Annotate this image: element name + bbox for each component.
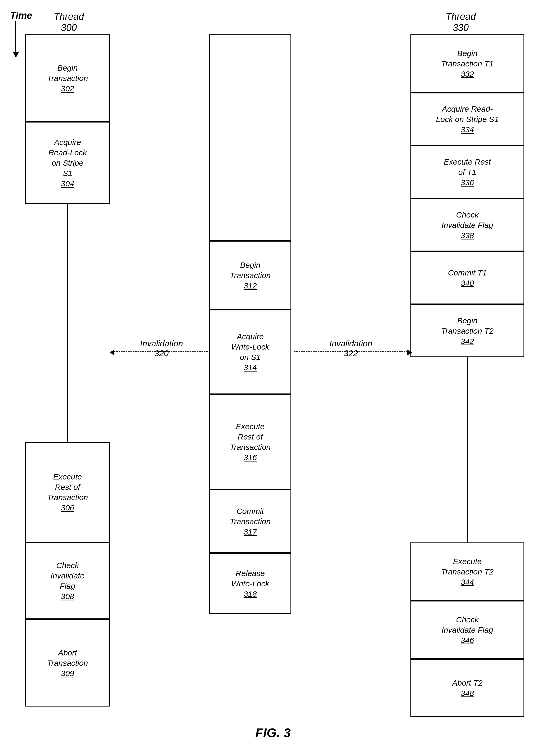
box-begin-transaction-302: BeginTransaction302 [25, 34, 110, 122]
thread-300-label: Thread 300 [28, 11, 110, 33]
thread-310-empty-top [209, 34, 291, 241]
box-check-invalidate-338: CheckInvalidate Flag338 [411, 198, 524, 251]
box-execute-rest-316: ExecuteRest ofTransaction316 [209, 394, 291, 490]
box-check-invalidate-346: CheckInvalidate Flag346 [411, 601, 524, 659]
box-release-write-lock-318: ReleaseWrite-Lock318 [209, 553, 291, 614]
box-begin-transaction-t2-342: BeginTransaction T2342 [411, 304, 524, 357]
box-acquire-read-lock-304: AcquireRead-Lockon StripeS1304 [25, 122, 110, 204]
box-commit-transaction-317: CommitTransaction317 [209, 490, 291, 553]
box-begin-transaction-312: BeginTransaction312 [209, 241, 291, 310]
box-acquire-write-lock-314: AcquireWrite-Lockon S1314 [209, 310, 291, 394]
figure-label: FIG. 3 [0, 726, 546, 740]
box-begin-transaction-t1-332: BeginTransaction T1332 [411, 34, 524, 93]
thread-330-label: Thread 330 [408, 11, 514, 33]
box-acquire-read-lock-334: Acquire Read-Lock on Stripe S1334 [411, 93, 524, 146]
box-check-invalidate-308: CheckInvalidateFlag308 [25, 542, 110, 619]
box-abort-t2-348: Abort T2348 [411, 659, 524, 717]
invalidation-322-label: Invalidation322 [294, 339, 408, 358]
box-commit-t1-340: Commit T1340 [411, 251, 524, 304]
box-abort-transaction-309: AbortTransaction309 [25, 619, 110, 707]
invalidation-320-label: Invalidation320 [114, 339, 209, 358]
diagram: Time Thread 300 Thread 310 Thread 330 Be… [0, 0, 546, 756]
thread-330-vline [467, 357, 468, 542]
time-arrow [15, 21, 16, 53]
box-execute-rest-t1-336: Execute Restof T1336 [411, 146, 524, 198]
box-execute-t2-344: ExecuteTransaction T2344 [411, 542, 524, 601]
thread-300-vline [67, 204, 68, 442]
box-execute-rest-306: ExecuteRest ofTransaction306 [25, 442, 110, 542]
